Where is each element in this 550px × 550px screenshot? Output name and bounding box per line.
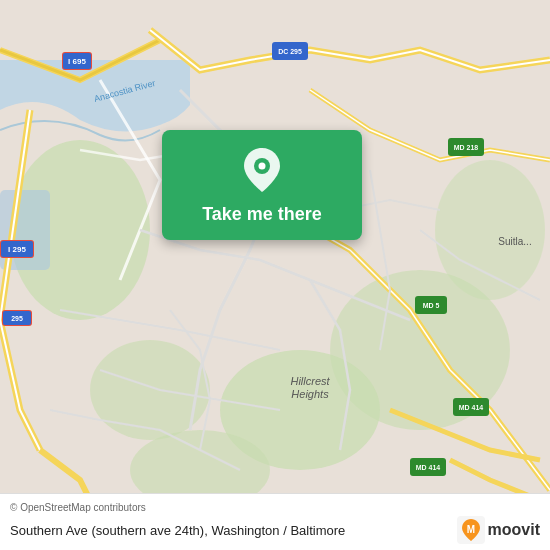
svg-text:I 695: I 695	[68, 57, 86, 66]
copyright-text: © OpenStreetMap contributors	[10, 502, 540, 513]
svg-text:MD 218: MD 218	[454, 144, 479, 151]
svg-text:Hillcrest: Hillcrest	[290, 375, 330, 387]
svg-text:Suitla...: Suitla...	[498, 236, 531, 247]
svg-point-32	[259, 162, 266, 169]
take-me-there-label: Take me there	[202, 204, 322, 225]
take-me-there-button[interactable]: Take me there	[162, 130, 362, 240]
svg-point-5	[435, 160, 545, 300]
svg-text:MD 414: MD 414	[416, 464, 441, 471]
svg-text:MD 5: MD 5	[423, 302, 440, 309]
info-bar: © OpenStreetMap contributors Southern Av…	[0, 493, 550, 550]
location-pin-icon	[242, 146, 282, 198]
location-name: Southern Ave (southern ave 24th), Washin…	[10, 523, 345, 538]
svg-text:I 295: I 295	[8, 245, 26, 254]
svg-text:Heights: Heights	[291, 388, 329, 400]
location-title-row: Southern Ave (southern ave 24th), Washin…	[10, 516, 540, 544]
moovit-icon-svg: M	[457, 516, 485, 544]
map-svg: I 695 DC 295 I 295 295 MD 218 MD 5 MD 41…	[0, 0, 550, 550]
moovit-logo: M moovit	[457, 516, 540, 544]
svg-text:DC 295: DC 295	[278, 48, 302, 55]
map-container: I 695 DC 295 I 295 295 MD 218 MD 5 MD 41…	[0, 0, 550, 550]
moovit-text: moovit	[488, 521, 540, 539]
svg-text:295: 295	[11, 315, 23, 322]
svg-text:MD 414: MD 414	[459, 404, 484, 411]
svg-text:M: M	[466, 524, 474, 535]
